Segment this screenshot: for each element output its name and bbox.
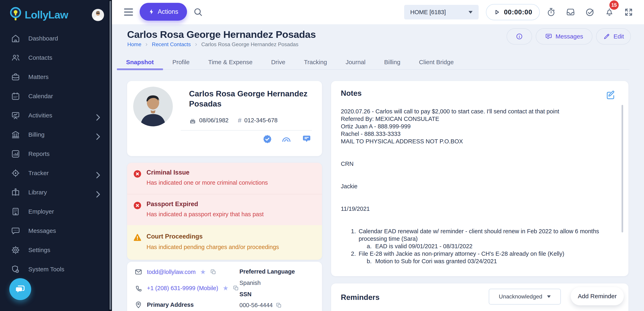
sidebar-item-tracker[interactable]: Tracker: [0, 163, 109, 183]
warning-triangle-icon: [133, 233, 142, 242]
breadcrumb-recent-contacts[interactable]: Recent Contacts: [152, 41, 191, 48]
sidebar-item-dashboard[interactable]: Dashboard: [0, 29, 109, 48]
topbar: Actions HOME [6183] 00:00:00 15: [112, 0, 644, 24]
sidebar-item-library[interactable]: Library: [0, 183, 109, 202]
copy-icon[interactable]: [233, 285, 239, 291]
messages-button[interactable]: Messages: [536, 28, 592, 45]
contact-id-number: 012-345-678: [244, 117, 278, 124]
copy-icon[interactable]: [276, 302, 282, 308]
play-icon: [494, 9, 500, 16]
page-title: Carlos Rosa George Hernandez Posadas: [127, 29, 316, 40]
sidebar-item-system-tools[interactable]: System Tools: [0, 259, 109, 279]
sidebar-item-label: Settings: [28, 247, 50, 253]
fullscreen-expand-icon[interactable]: [624, 7, 634, 17]
note-line: 11/19/2021: [341, 205, 616, 213]
contact-email[interactable]: todd@lollylaw.com: [147, 269, 196, 275]
contact-phone-row: +1 (208) 631-9999 (Mobile) ★: [134, 284, 239, 292]
rainbow-icon[interactable]: [281, 134, 292, 144]
sidebar-item-billing[interactable]: Billing: [0, 125, 109, 144]
sidebar-item-employer[interactable]: Employer: [0, 202, 109, 221]
alert-description: Has indicated a passport expiry that has…: [146, 211, 264, 218]
ssn-label: SSN: [240, 291, 252, 298]
sidebar-item-contacts[interactable]: Contacts: [0, 48, 109, 67]
sidebar-item-label: Calendar: [28, 93, 53, 100]
inbox-icon[interactable]: [566, 7, 576, 17]
contacts-icon: [11, 53, 20, 62]
sidebar-item-label: Activities: [28, 112, 52, 119]
main-content: Carlos Rosa George Hernandez Posadas Hom…: [112, 24, 644, 311]
app-logo[interactable]: LollyLaw: [9, 7, 68, 23]
sidebar-scrollbar[interactable]: [109, 0, 112, 311]
user-avatar[interactable]: [92, 9, 104, 21]
actions-button-label: Actions: [158, 8, 178, 16]
notes-scrollbar[interactable]: [622, 105, 623, 232]
contact-address-label: Primary Address: [147, 301, 194, 308]
breadcrumb-home[interactable]: Home: [127, 41, 141, 48]
chat-pin-icon[interactable]: [302, 134, 312, 144]
context-selector-dropdown[interactable]: HOME [6183]: [404, 5, 479, 20]
actions-button[interactable]: Actions: [140, 3, 187, 21]
sidebar-item-activities[interactable]: Activities: [0, 106, 109, 125]
sidebar-item-label: Dashboard: [28, 35, 58, 42]
birthday-cake-icon: [189, 117, 196, 124]
sidebar-item-reports[interactable]: Reports: [0, 144, 109, 163]
contact-dob: 08/06/1982: [199, 117, 228, 124]
sidebar-item-calendar[interactable]: Calendar: [0, 87, 109, 106]
check-circle-icon[interactable]: [585, 7, 595, 17]
app-logo-text: LollyLaw: [25, 9, 68, 21]
tab-tracking[interactable]: Tracking: [295, 55, 336, 70]
sidebar-item-settings[interactable]: Settings: [0, 240, 109, 259]
library-icon: [11, 188, 20, 197]
tab-billing[interactable]: Billing: [375, 55, 410, 70]
profile-divider: [181, 130, 312, 131]
notes-body[interactable]: 2020.07.26 - Carlos will call to pay $2,…: [341, 108, 616, 265]
contact-photo-image: [133, 87, 173, 126]
contact-phone[interactable]: +1 (208) 631-9999 (Mobile): [147, 285, 218, 291]
timer-button[interactable]: 00:00:00: [486, 4, 540, 20]
ssn-value: 000-56-4444: [240, 302, 272, 308]
tab-drive[interactable]: Drive: [262, 55, 295, 70]
ssn-row: 000-56-4444: [240, 302, 282, 308]
note-line: [341, 168, 616, 175]
star-icon[interactable]: ★: [223, 284, 228, 292]
sidebar-scrollbar-thumb[interactable]: [110, 1, 111, 310]
add-reminder-button[interactable]: Add Reminder: [571, 287, 624, 305]
tab-snapshot[interactable]: Snapshot: [117, 55, 163, 70]
search-icon[interactable]: [193, 7, 203, 17]
reminders-filter-dropdown[interactable]: Unacknowledged: [489, 289, 561, 304]
system-tools-icon: [11, 265, 20, 274]
tab-profile[interactable]: Profile: [163, 55, 199, 70]
language-label: Preferred Language: [240, 268, 295, 275]
alert-title: Passport Expired: [146, 200, 198, 208]
note-line: [341, 190, 616, 198]
contact-photo[interactable]: [133, 87, 173, 126]
envelope-icon: [134, 268, 142, 276]
lollylaw-logo-icon: [9, 7, 22, 23]
chevron-right-icon: [93, 190, 102, 199]
chevron-right-icon: [93, 113, 102, 122]
tab-time-expense[interactable]: Time & Expense: [199, 55, 262, 70]
verified-badge-icon[interactable]: [262, 134, 272, 144]
tab-client-bridge[interactable]: Client Bridge: [410, 55, 463, 70]
chat-fab-button[interactable]: [9, 278, 31, 300]
tab-journal[interactable]: Journal: [336, 55, 375, 70]
sidebar-item-messages[interactable]: Messages: [0, 221, 109, 240]
alert-description: Has indicated one or more criminal convi…: [146, 179, 268, 186]
menu-toggle-button[interactable]: [124, 9, 133, 16]
star-icon[interactable]: ★: [200, 268, 206, 276]
note-line: [341, 220, 616, 228]
sidebar-item-matters[interactable]: Matters: [0, 67, 109, 87]
note-list-item: 1.Calendar EAD renewal date w/ reminder …: [341, 228, 616, 242]
user-avatar-image: [92, 9, 104, 21]
note-line: 2020.07.26 - Carlos will call to pay $2,…: [341, 108, 616, 115]
alert-title: Criminal Issue: [146, 169, 190, 176]
edit-note-icon[interactable]: [606, 90, 616, 100]
info-button[interactable]: [506, 28, 532, 45]
copy-icon[interactable]: [210, 269, 216, 275]
edit-button[interactable]: Edit: [596, 28, 631, 45]
stopwatch-icon[interactable]: [546, 7, 556, 17]
lightning-bolt-icon: [148, 9, 154, 15]
home-icon: [11, 34, 20, 43]
x-circle-icon: [133, 201, 142, 210]
chevron-right-icon: [145, 43, 148, 46]
